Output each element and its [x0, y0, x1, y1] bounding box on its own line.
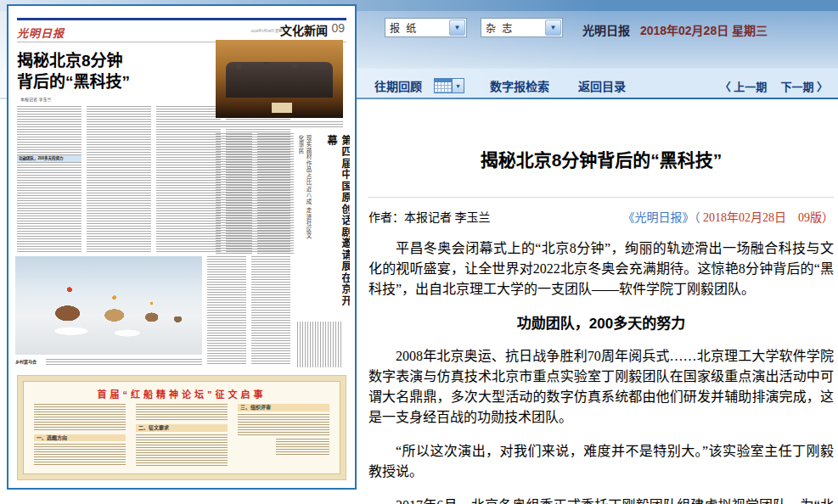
stage-photo-caption	[216, 121, 343, 127]
notice-inner: 首届“红船精神论坛”征文启事 一、选题方向 二、征文要求 三、组织评审	[23, 381, 340, 474]
paper-select[interactable]: 报 纸 ▼	[385, 18, 467, 37]
issue-label: 光明日报 2018年02月28日 星期三	[582, 21, 768, 38]
horse-photo-caption: 乡村赛马会	[15, 358, 202, 367]
horse-caption-text	[46, 359, 202, 366]
magazine-select-value: 杂 志	[481, 20, 544, 35]
newspaper-page: 光明日报 2018年2月28日 星期三 文化新闻 09 揭秘北京8分钟 背后的“…	[14, 11, 350, 483]
vertical-subhead-line1: 现实题材作品占比近八成	[306, 135, 312, 205]
horse-caption-lead: 乡村赛马会	[15, 359, 37, 364]
past-issues-link[interactable]: 往期回顾	[374, 77, 422, 94]
notice-section-2: 二、征文要求	[136, 424, 228, 432]
paragraph-3: “所以这次演出，对我们来说，难度并不是特别大。”该实验室主任丁刚毅教授说。	[368, 441, 834, 482]
article: 揭秘北京8分钟背后的“黑科技” 作者：本报记者 李玉兰 《光明日报》（ 2018…	[368, 109, 834, 504]
vertical-subhead: 现实题材作品占比近八成 走进社区文化惠民	[297, 135, 312, 245]
stage-photo	[216, 40, 343, 118]
issue-date: 2018年02月28日 星期三	[640, 24, 768, 37]
masthead-text: 光明日报	[582, 24, 630, 37]
article-byline: 作者：本报记者 李玉兰	[368, 208, 491, 225]
paper-select-value: 报 纸	[385, 20, 448, 35]
text-column	[156, 106, 221, 254]
mid-text-columns	[207, 256, 290, 365]
paragraph-2: 2008年北京奥运、抗日战争胜利70周年阅兵式……北京理工大学软件学院数字表演与…	[368, 346, 834, 428]
source-name-link[interactable]: 《光明日报》（	[623, 211, 700, 224]
stage-table	[272, 103, 292, 114]
horse-riders-graphic	[15, 256, 202, 355]
notice-box: 首届“红船精神论坛”征文启事 一、选题方向 二、征文要求 三、组织评审	[17, 375, 346, 480]
page-number: 09	[331, 21, 345, 35]
magazine-select[interactable]: 杂 志 ▼	[481, 18, 563, 37]
notice-column-2: 二、征文要求	[136, 404, 228, 467]
calendar-dropdown-icon: ▼	[453, 78, 464, 93]
vertical-headline: 第四届中国原创话剧邀请展在京开幕	[324, 135, 350, 316]
byline-row: 作者：本报记者 李玉兰 《光明日报》（ 2018年02月28日 09版）	[368, 208, 834, 225]
paragraph-4: 2017年6月，北京冬奥组委正式委托丁刚毅团队组建虚拟视觉团队，为“北京8分	[368, 496, 834, 504]
newspaper-page-thumbnail[interactable]: 光明日报 2018年2月28日 星期三 文化新闻 09 揭秘北京8分钟 背后的“…	[7, 4, 357, 490]
notice-column-1: 一、选题方向	[34, 404, 126, 467]
notice-title: 首届“红船精神论坛”征文启事	[24, 387, 340, 400]
stage-actors-silhouette	[226, 62, 333, 98]
next-issue-link[interactable]: 下一期 〉	[780, 78, 828, 94]
paper-headline-line2: 背后的“黑科技”	[17, 73, 130, 91]
article-title: 揭秘北京8分钟背后的“黑科技”	[368, 146, 834, 171]
text-column	[207, 256, 246, 365]
prev-issue-link[interactable]: 〈 上一期	[720, 78, 768, 94]
horse-race-photo	[15, 256, 202, 355]
back-to-toc-link[interactable]: 返回目录	[578, 77, 626, 94]
masthead-rule	[17, 18, 346, 20]
column-subhead: 功勋团队，200多天的努力	[17, 155, 82, 162]
notice-signature	[276, 439, 329, 456]
notice-column-3: 三、组织评审	[238, 404, 329, 467]
epaper-page: { "chrome": { "paper_select": "报 纸", "ma…	[0, 0, 838, 504]
paper-headline-line1: 揭秘北京8分钟	[17, 52, 123, 70]
notice-text	[34, 404, 126, 432]
calendar-picker[interactable]: ▼	[434, 78, 464, 93]
notice-text	[34, 444, 126, 467]
notice-text	[238, 414, 329, 436]
chevron-down-icon: ▼	[545, 20, 561, 36]
article-source: 《光明日报》（ 2018年02月28日 09版）	[623, 208, 835, 225]
divider	[368, 197, 834, 198]
paper-headline: 揭秘北京8分钟 背后的“黑科技”	[17, 50, 204, 92]
calendar-icon	[434, 78, 453, 93]
paragraph-1: 平昌冬奥会闭幕式上的“北京8分钟”，绚丽的轨迹滑出一场融合科技与文化的视听盛宴，…	[368, 238, 834, 300]
text-column	[251, 256, 290, 365]
chevron-down-icon: ▼	[449, 20, 465, 36]
notice-text	[136, 434, 228, 467]
section-name: 文化新闻	[280, 21, 328, 38]
text-column	[257, 133, 294, 254]
newspaper-masthead-logo: 光明日报	[17, 25, 65, 41]
paper-byline: 本报记者 李玉兰	[20, 96, 51, 102]
vertical-body-text	[297, 322, 343, 367]
notice-section-3: 三、组织评审	[238, 404, 329, 412]
text-column	[216, 133, 252, 254]
text-column: 功勋团队，200多天的努力	[17, 106, 82, 254]
notice-columns: 一、选题方向 二、征文要求 三、组织评审	[34, 404, 329, 467]
notice-section-1: 一、选题方向	[34, 434, 126, 442]
notice-text	[136, 404, 228, 422]
article-subhead: 功勋团队，200多天的努力	[368, 311, 834, 333]
side-text-columns	[216, 133, 294, 254]
source-issue-date: 2018年02月28日 09版	[700, 211, 823, 224]
digital-search-link[interactable]: 数字报检索	[490, 77, 549, 94]
source-close-paren: ）	[822, 211, 834, 224]
toolbar: 往期回顾 ▼ 数字报检索 返回目录 〈 上一期 下一期 〉	[374, 76, 828, 96]
text-column	[87, 106, 151, 254]
